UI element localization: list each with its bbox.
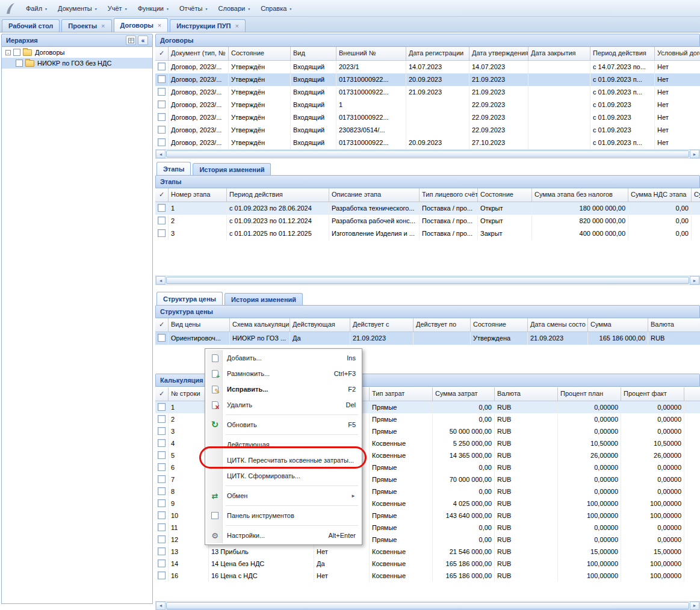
menu-item-toolbar-panel[interactable]: Панель инструментов <box>206 508 361 523</box>
menu-item-citk-recalculate[interactable]: ЦИТК. Пересчитать косвенные затраты... <box>206 452 361 468</box>
row-checkbox[interactable] <box>158 217 166 224</box>
column-header[interactable]: Тип затрат <box>370 387 433 401</box>
sub-tab[interactable]: Этапы <box>156 162 191 175</box>
row-checkbox[interactable] <box>158 451 166 459</box>
row-checkbox[interactable] <box>158 75 166 83</box>
row-checkbox[interactable] <box>158 427 166 435</box>
row-checkbox[interactable] <box>158 334 166 342</box>
select-column-header[interactable]: ✓ <box>155 387 169 401</box>
column-header[interactable]: Условный догов <box>655 47 700 61</box>
select-column-header[interactable]: ✓ <box>155 188 169 202</box>
column-header[interactable]: Состояние <box>478 188 532 202</box>
scrollbar-thumb[interactable] <box>166 277 689 284</box>
column-header[interactable]: Действует с <box>350 318 413 332</box>
table-row[interactable]: Ориентировоч...НИОКР по ГОЗ ...Да21.09.2… <box>155 332 700 345</box>
row-checkbox[interactable] <box>158 559 166 567</box>
table-row[interactable]: 1616 Цена с НДСНетКосвенные165 186 000,0… <box>155 570 700 582</box>
table-row[interactable]: Договор, 2023/...УтверждёнВходящий017310… <box>155 137 700 149</box>
tree-node[interactable]: НИОКР по ГОЗ без НДС <box>2 58 152 69</box>
menu-item-settings[interactable]: Настройки...Alt+Enter <box>206 528 361 543</box>
tree-node[interactable]: -Договоры <box>2 47 152 58</box>
close-icon[interactable]: × <box>101 23 105 29</box>
table-row[interactable]: 1с 01.09.2023 по 28.06.2024Разработка те… <box>155 202 700 215</box>
column-header[interactable]: Сумма этапа без налогов <box>532 188 628 202</box>
row-checkbox[interactable] <box>158 499 166 507</box>
column-header[interactable]: Сум <box>692 188 700 202</box>
row-checkbox[interactable] <box>158 138 166 146</box>
column-header[interactable]: № строки <box>169 387 209 401</box>
column-header[interactable]: Дата смены состо <box>528 318 588 332</box>
column-header[interactable]: Период действия <box>227 188 329 202</box>
grid-view-icon[interactable] <box>126 35 136 45</box>
table-row[interactable]: 1414 Цена без НДСДаКосвенные165 186 000,… <box>155 558 700 570</box>
close-icon[interactable]: × <box>158 22 161 29</box>
menu-item-add[interactable]: Добавить...Ins <box>206 350 361 366</box>
select-column-header[interactable]: ✓ <box>155 47 169 61</box>
column-header[interactable]: Описание этапа <box>329 188 420 202</box>
column-header[interactable]: Внешний № <box>336 47 406 61</box>
scroll-left-icon[interactable]: ◄ <box>156 150 166 158</box>
menubar-item[interactable]: Функции▾ <box>132 2 174 14</box>
column-header[interactable]: Процент факт <box>621 387 684 401</box>
main-tab[interactable]: Проекты× <box>61 19 111 32</box>
table-row[interactable]: 2с 01.09.2023 по 01.12.2024Разработка ра… <box>155 215 700 227</box>
menubar-item[interactable]: Файл▾ <box>20 2 52 14</box>
row-checkbox[interactable] <box>158 439 166 447</box>
table-row[interactable]: Договор, 2023/...УтверждёнВходящий017310… <box>155 111 700 124</box>
row-checkbox[interactable] <box>158 126 166 134</box>
column-header[interactable]: Вид <box>291 47 336 61</box>
row-checkbox[interactable] <box>158 100 166 108</box>
row-checkbox[interactable] <box>158 113 166 121</box>
stages-horizontal-scrollbar[interactable]: ◄ ► <box>155 276 700 285</box>
main-tab[interactable]: Рабочий стол <box>2 19 60 32</box>
sub-tab[interactable]: История изменений <box>225 293 303 305</box>
scroll-left-icon[interactable]: ◄ <box>156 276 166 285</box>
menubar-item[interactable]: Отчёты▾ <box>174 2 212 14</box>
menubar-item[interactable]: Документы▾ <box>52 2 102 14</box>
row-checkbox[interactable] <box>158 88 166 96</box>
column-header[interactable]: Схема калькуляци <box>230 318 290 332</box>
row-checkbox[interactable] <box>158 63 166 70</box>
column-header[interactable]: Действует по <box>413 318 471 332</box>
column-header[interactable]: Процент план <box>558 387 621 401</box>
collapse-panel-icon[interactable]: « <box>138 35 148 45</box>
column-header[interactable]: Дата закрытия <box>528 47 590 61</box>
column-header[interactable]: Вид цены <box>169 318 230 332</box>
collapse-expander-icon[interactable]: - <box>5 50 11 55</box>
menu-item-active-price[interactable]: Действующая... <box>206 437 361 452</box>
menubar-item[interactable]: Учёт▾ <box>102 2 132 14</box>
select-column-header[interactable]: ✓ <box>155 318 169 332</box>
menu-item-refresh[interactable]: ОбновитьF5 <box>206 417 361 433</box>
row-checkbox[interactable] <box>158 535 166 543</box>
column-header[interactable]: Сумма НДС этапа <box>628 188 692 202</box>
column-header[interactable]: Сумма <box>588 318 648 332</box>
table-row[interactable]: Договор, 2023/...УтверждёнВходящий230823… <box>155 124 700 137</box>
row-checkbox[interactable] <box>158 463 166 471</box>
row-checkbox[interactable] <box>158 415 166 423</box>
row-checkbox[interactable] <box>158 511 166 519</box>
column-header[interactable]: Период действия <box>590 47 655 61</box>
row-checkbox[interactable] <box>158 571 166 579</box>
calculation-horizontal-scrollbar[interactable]: ◄ ► <box>155 601 700 610</box>
sub-tab[interactable]: История изменений <box>193 163 271 175</box>
scroll-right-icon[interactable]: ► <box>690 150 699 158</box>
table-row[interactable]: Договор, 2023/...УтверждёнВходящий017310… <box>155 73 700 86</box>
row-checkbox[interactable] <box>158 229 166 237</box>
scroll-left-icon[interactable]: ◄ <box>156 602 166 610</box>
row-checkbox[interactable] <box>158 547 166 555</box>
table-row[interactable]: Договор, 2023/...УтверждёнВходящий2023/1… <box>155 61 700 73</box>
menubar-item[interactable]: Справка▾ <box>255 2 297 14</box>
table-row[interactable]: 3с 01.01.2025 по 01.12.2025Изготовление … <box>155 227 700 240</box>
column-header[interactable]: Состояние <box>229 47 291 61</box>
row-checkbox[interactable] <box>158 475 166 483</box>
tree-checkbox[interactable] <box>16 60 23 67</box>
column-header[interactable]: Валюта <box>648 318 700 332</box>
sub-tab[interactable]: Структура цены <box>156 292 223 305</box>
row-checkbox[interactable] <box>158 403 166 411</box>
column-header[interactable] <box>684 387 700 401</box>
column-header[interactable]: Номер этапа <box>169 188 227 202</box>
close-icon[interactable]: × <box>235 23 239 29</box>
table-row[interactable]: Договор, 2023/...УтверждёнВходящий122.09… <box>155 99 700 111</box>
column-header[interactable]: Действующая <box>290 318 350 332</box>
row-checkbox[interactable] <box>158 523 166 531</box>
